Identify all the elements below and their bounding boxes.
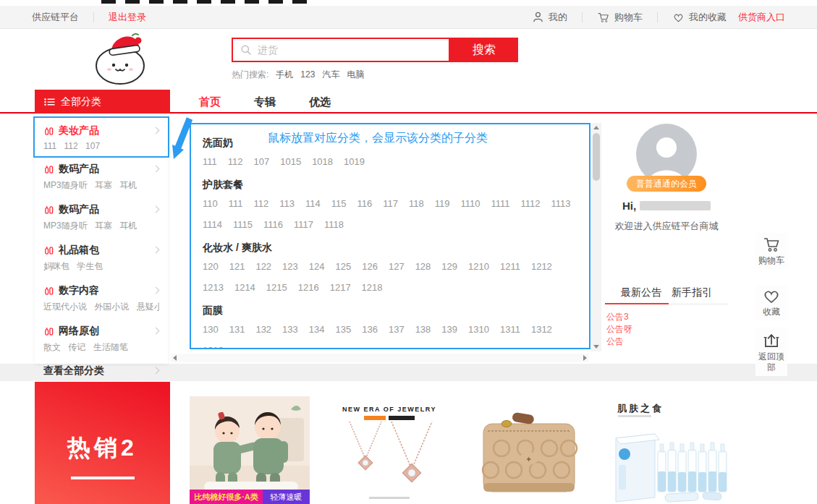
subcategory-link[interactable]: 123: [282, 256, 298, 277]
subcategory-link[interactable]: 1113: [551, 193, 570, 214]
subcategory-link[interactable]: 1310: [468, 319, 489, 340]
scroll-up-arrow[interactable]: [593, 126, 599, 129]
favorites-link[interactable]: 我的收藏: [672, 11, 727, 24]
subcategory-link[interactable]: 121: [229, 256, 245, 277]
notice-link[interactable]: 公告呀: [606, 323, 632, 336]
subcategory-link[interactable]: 137: [389, 319, 405, 340]
site-name-link[interactable]: 供应链平台: [32, 11, 79, 24]
subcategory-link[interactable]: 139: [441, 319, 457, 340]
view-all-categories[interactable]: 查看全部分类: [35, 359, 168, 382]
subcategory-link[interactable]: 1116: [263, 214, 283, 235]
logout-link[interactable]: 退出登录: [109, 11, 146, 24]
tab-home[interactable]: 首页: [182, 90, 237, 114]
subcategory-link[interactable]: 1212: [531, 256, 552, 277]
subcategory-link[interactable]: 122: [255, 256, 271, 277]
subcategory-link[interactable]: 1115: [233, 214, 253, 235]
flyout-vertical-scrollbar[interactable]: [591, 123, 601, 351]
subcategory-link[interactable]: 1213: [203, 277, 224, 298]
subcategory-link[interactable]: 133: [282, 319, 298, 340]
notice-link[interactable]: 公告: [606, 336, 632, 348]
product-card-holder[interactable]: ✦: [469, 396, 589, 504]
subcategory-link[interactable]: 112: [254, 193, 269, 214]
subcategory-link[interactable]: 116: [357, 193, 372, 214]
subcategory-link[interactable]: 120: [203, 256, 219, 277]
subcategory-link[interactable]: 1313: [203, 340, 224, 349]
supplier-entry-link[interactable]: 供货商入口: [738, 11, 785, 24]
subcategory-link[interactable]: 1110: [460, 193, 480, 214]
subcategory-link[interactable]: 1214: [234, 277, 255, 298]
tab-featured[interactable]: 优选: [292, 90, 347, 114]
subcategory-link[interactable]: 119: [435, 193, 450, 214]
product-jewelry[interactable]: NEW ERA OF JEWELRY: [329, 396, 449, 504]
subcategory-link[interactable]: 1210: [468, 256, 489, 277]
subcategory-link[interactable]: 110: [203, 193, 218, 214]
subcategory-link[interactable]: 127: [389, 256, 405, 277]
subcategory-link[interactable]: 118: [409, 193, 424, 214]
subcategory-link[interactable]: 1311: [500, 319, 520, 340]
scroll-left-arrow[interactable]: [173, 355, 177, 361]
sidebar-item-bags[interactable]: 礼品箱包 妈咪包 学生包: [35, 237, 168, 278]
flyout-section-title[interactable]: 面膜: [203, 303, 577, 317]
flyout-horizontal-scrollbar[interactable]: [171, 354, 589, 362]
tab-albums[interactable]: 专辑: [237, 90, 292, 114]
site-logo[interactable]: [87, 31, 158, 87]
hot-keyword-link[interactable]: 123: [300, 69, 315, 80]
subcategory-link[interactable]: 112: [228, 151, 243, 172]
scroll-right-arrow[interactable]: [583, 355, 587, 361]
all-categories-button[interactable]: 全部分类: [35, 90, 170, 114]
sidebar-item-web-original[interactable]: 网络原创 散文 传记 生活随笔: [35, 318, 168, 359]
subcategory-link[interactable]: 1112: [520, 193, 540, 214]
subcategory-link[interactable]: 1117: [294, 214, 313, 235]
sidebar-item-digital-2[interactable]: 数码产品 MP3随身听 耳塞 耳机: [35, 197, 168, 237]
rail-cart-button[interactable]: 购物车: [755, 233, 787, 269]
subcategory-link[interactable]: 134: [309, 319, 325, 340]
hot-keyword-link[interactable]: 手机: [276, 69, 293, 80]
subcategory-link[interactable]: 131: [229, 319, 245, 340]
cart-link[interactable]: 购物车: [597, 11, 643, 24]
subcategory-link[interactable]: 111: [203, 151, 217, 172]
subcategory-link[interactable]: 125: [336, 256, 352, 277]
sidebar-item-beauty[interactable]: 美妆产品 111 112 107: [35, 118, 168, 156]
subcategory-link[interactable]: 1118: [324, 214, 344, 235]
subcategory-link[interactable]: 126: [362, 256, 378, 277]
sidebar-item-digital[interactable]: 数码产品 MP3随身听 耳塞 耳机: [35, 156, 168, 197]
search-button[interactable]: 搜索: [450, 38, 518, 62]
subcategory-link[interactable]: 1312: [531, 319, 552, 340]
subcategory-link[interactable]: 128: [415, 256, 431, 277]
search-input[interactable]: [256, 43, 449, 56]
subcategory-link[interactable]: 129: [441, 256, 457, 277]
subcategory-link[interactable]: 1114: [203, 214, 222, 235]
subcategory-link[interactable]: 1211: [500, 256, 520, 277]
subcategory-link[interactable]: 1217: [330, 277, 351, 298]
subcategory-link[interactable]: 124: [309, 256, 325, 277]
subcategory-link[interactable]: 130: [203, 319, 219, 340]
sidebar-item-digital-content[interactable]: 数字内容 近现代小说 外国小说 悬疑小说: [35, 278, 168, 318]
subcategory-link[interactable]: 1019: [344, 151, 365, 172]
scroll-down-arrow[interactable]: [593, 345, 599, 349]
hot-sale-banner[interactable]: 热销2: [35, 382, 170, 504]
subcategory-link[interactable]: 1018: [312, 151, 333, 172]
subcategory-link[interactable]: 113: [279, 193, 295, 214]
tab-beginner-guide[interactable]: 新手指引: [672, 286, 712, 299]
rail-favorite-button[interactable]: 收藏: [755, 285, 787, 320]
subcategory-link[interactable]: 1111: [491, 193, 509, 214]
subcategory-link[interactable]: 111: [229, 193, 243, 214]
subcategory-link[interactable]: 1216: [298, 277, 319, 298]
subcategory-link[interactable]: 107: [254, 151, 270, 172]
my-account-link[interactable]: 我的: [532, 11, 567, 24]
subcategory-link[interactable]: 117: [383, 193, 398, 214]
flyout-section-title[interactable]: 化妆水 / 爽肤水: [203, 240, 577, 255]
scrollbar-thumb[interactable]: [593, 133, 600, 181]
hot-keyword-link[interactable]: 电脑: [347, 69, 364, 80]
subcategory-link[interactable]: 114: [305, 193, 321, 214]
subcategory-link[interactable]: 115: [331, 193, 347, 214]
rail-back-to-top-button[interactable]: 返回顶部: [755, 328, 787, 376]
subcategory-link[interactable]: 1218: [362, 277, 383, 298]
tab-latest-notices[interactable]: 最新公告: [621, 286, 661, 299]
subcategory-link[interactable]: 135: [336, 319, 352, 340]
product-ampoules[interactable]: 肌肤之食: [609, 396, 729, 504]
subcategory-link[interactable]: 138: [415, 319, 431, 340]
subcategory-link[interactable]: 136: [362, 319, 378, 340]
hot-keyword-link[interactable]: 汽车: [322, 69, 339, 80]
subcategory-link[interactable]: 132: [255, 319, 271, 340]
